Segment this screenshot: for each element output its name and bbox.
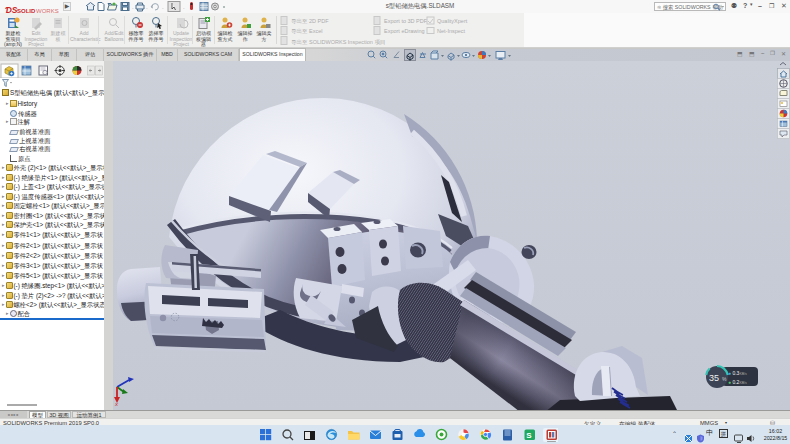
svg-text:%: % [722,376,727,382]
svg-text:x: x [114,401,119,407]
svg-text:S: S [526,431,532,440]
svg-text:·: · [183,5,185,11]
svg-text:·: · [162,5,164,11]
svg-text:·: · [132,5,134,11]
svg-text:·: · [146,5,148,11]
svg-text:35: 35 [709,373,719,383]
